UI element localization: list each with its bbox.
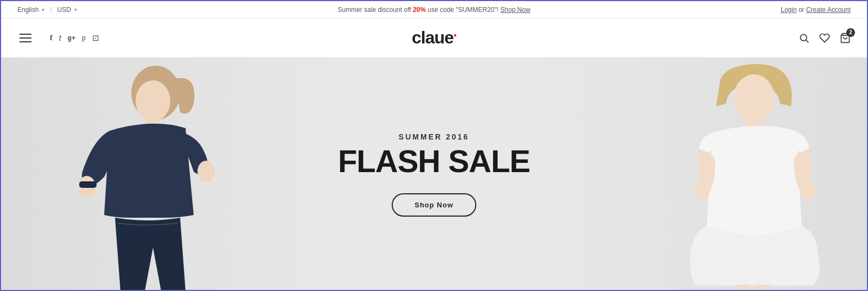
svg-point-4 — [136, 80, 170, 122]
hamburger-line-2 — [20, 37, 31, 39]
svg-rect-8 — [79, 181, 97, 188]
svg-point-6 — [197, 161, 215, 182]
facebook-icon[interactable]: f — [50, 34, 53, 42]
separator: | — [50, 6, 52, 14]
language-arrow-icon: ▾ — [42, 7, 44, 12]
login-link[interactable]: Login — [781, 6, 796, 14]
currency-selector[interactable]: USD — [57, 6, 71, 14]
instagram-icon[interactable]: ⊡ — [92, 33, 99, 43]
googleplus-icon[interactable]: g+ — [68, 34, 75, 42]
cart-button[interactable]: 2 — [840, 33, 851, 43]
search-button[interactable] — [799, 33, 809, 43]
svg-rect-13 — [736, 284, 751, 291]
search-icon — [799, 33, 809, 43]
account-separator: or — [799, 6, 806, 14]
hero-banner: SUMMER 2016 FLASH SALE Shop Now — [1, 58, 867, 291]
currency-arrow-icon: ▾ — [74, 7, 77, 12]
header-right: 2 — [799, 33, 851, 43]
twitter-icon[interactable]: t — [59, 34, 61, 42]
announcement-middle: use code "SUMMER20"! — [427, 6, 499, 14]
svg-point-12 — [800, 180, 815, 199]
pinterest-icon[interactable]: p — [82, 34, 86, 42]
announcement-highlight: 20% — [413, 6, 426, 14]
header: f t g+ p ⊡ claue● — [1, 18, 867, 58]
top-bar-left: English ▾ | USD ▾ — [17, 6, 77, 14]
hamburger-line-3 — [20, 41, 31, 42]
hero-title: FLASH SALE — [338, 146, 530, 177]
menu-toggle-button[interactable] — [17, 31, 34, 45]
svg-point-11 — [695, 180, 710, 199]
svg-rect-14 — [756, 284, 771, 291]
language-selector[interactable]: English — [17, 6, 39, 14]
model-left-figure — [55, 63, 240, 291]
social-icons: f t g+ p ⊡ — [50, 33, 99, 43]
model-left — [44, 58, 251, 291]
heart-icon — [819, 33, 830, 43]
model-right-figure — [672, 58, 834, 291]
hero-text: SUMMER 2016 FLASH SALE Shop Now — [338, 132, 530, 217]
svg-line-1 — [806, 40, 809, 42]
top-bar-right: Login or Create Account — [781, 6, 851, 14]
announcement-bar: Summer sale discount off 20% use code "S… — [337, 6, 530, 14]
header-left: f t g+ p ⊡ — [17, 31, 99, 45]
create-account-link[interactable]: Create Account — [806, 6, 851, 14]
hamburger-line-1 — [20, 34, 31, 35]
logo-text: claue — [412, 28, 454, 47]
announcement-prefix: Summer sale discount off — [337, 6, 413, 14]
logo-dot: ● — [454, 32, 456, 38]
model-right — [672, 58, 834, 291]
wishlist-button[interactable] — [819, 33, 830, 43]
top-bar: English ▾ | USD ▾ Summer sale discount o… — [1, 1, 867, 18]
announcement-shop-link[interactable]: Shop Now — [500, 6, 530, 14]
hero-subtitle: SUMMER 2016 — [338, 132, 530, 141]
svg-point-0 — [800, 34, 807, 41]
site-logo[interactable]: claue● — [412, 28, 456, 48]
cart-count-badge: 2 — [846, 28, 855, 37]
shop-now-button[interactable]: Shop Now — [392, 193, 476, 217]
svg-point-9 — [733, 74, 775, 122]
